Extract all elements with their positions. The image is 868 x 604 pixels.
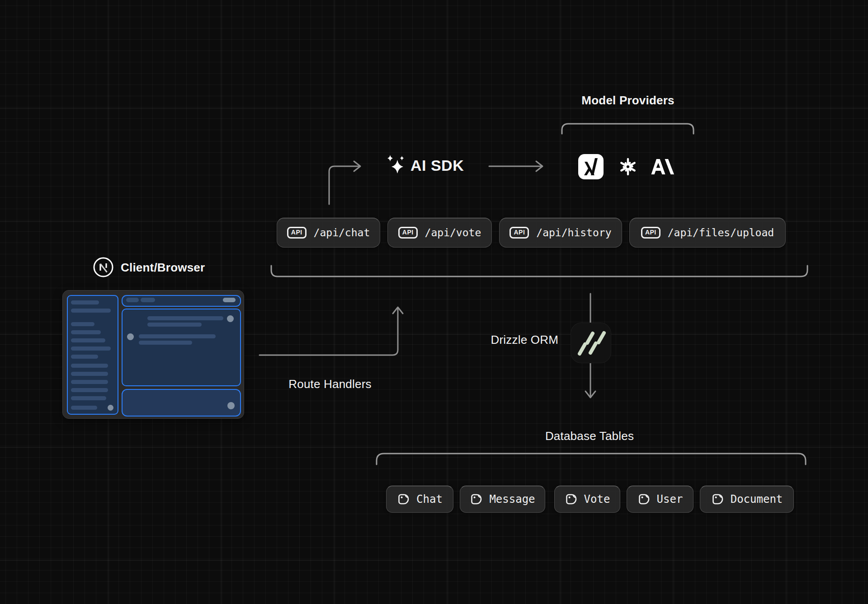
- api-chip-icon: API: [398, 227, 418, 238]
- architecture-diagram: Model Providers: [0, 0, 868, 604]
- table-badge-chat: Chat: [386, 486, 453, 513]
- xai-icon: [578, 154, 604, 179]
- skeleton-message-bar: [139, 334, 216, 338]
- table-name: Message: [489, 493, 535, 506]
- skeleton-bar: [71, 380, 108, 384]
- skeleton-pill: [126, 298, 139, 302]
- skeleton-bar: [71, 364, 108, 368]
- api-badge-chat: API /api/chat: [277, 218, 380, 248]
- skeleton-bar: [71, 396, 106, 400]
- api-route-label: /api/vote: [425, 227, 481, 239]
- model-providers-bracket: [562, 124, 693, 134]
- message-avatar: [227, 315, 234, 322]
- skeleton-bar: [71, 406, 97, 410]
- table-badge-message: Message: [460, 486, 545, 513]
- xai-glyph: [578, 154, 604, 179]
- skeleton-bar: [71, 330, 101, 334]
- table-name: Document: [731, 493, 783, 506]
- table-icon: [711, 492, 725, 506]
- api-badge-vote: API /api/vote: [387, 218, 492, 248]
- skeleton-pill: [223, 298, 236, 302]
- table-icon: [565, 492, 578, 506]
- drizzle-icon: [571, 323, 611, 363]
- skeleton-message-bar: [147, 323, 202, 327]
- table-name: Chat: [416, 493, 443, 506]
- table-icon: [397, 492, 410, 506]
- skeleton-message-bar: [147, 316, 223, 320]
- send-button-dot: [227, 402, 235, 409]
- client-browser-label: Client/Browser: [121, 262, 205, 273]
- api-route-label: /api/files/upload: [668, 227, 774, 239]
- sparkles-icon: [384, 153, 408, 177]
- table-badge-user: User: [627, 486, 693, 513]
- table-badge-vote: Vote: [554, 486, 620, 513]
- skeleton-bar: [71, 338, 105, 342]
- table-name: Vote: [584, 493, 610, 506]
- skeleton-pill: [141, 298, 155, 302]
- route-handlers-label: Route Handlers: [280, 378, 380, 390]
- api-route-label: /api/chat: [314, 227, 370, 239]
- browser-mockup: [62, 290, 244, 419]
- table-icon: [470, 492, 483, 506]
- skeleton-message-bar: [139, 341, 192, 345]
- anthropic-icon: [651, 159, 675, 174]
- api-badge-history: API /api/history: [499, 218, 622, 248]
- model-providers-label: Model Providers: [560, 94, 696, 106]
- api-badge-files-upload: API /api/files/upload: [629, 218, 786, 248]
- skeleton-bar: [71, 355, 98, 359]
- message-avatar: [127, 333, 134, 340]
- drizzle-orm-label: Drizzle ORM: [452, 334, 558, 346]
- browser-chat-area: [122, 309, 241, 386]
- database-tables-label: Database Tables: [522, 430, 657, 442]
- skeleton-bar: [71, 372, 108, 376]
- openai-icon: [616, 155, 640, 179]
- skeleton-bar: [71, 309, 111, 313]
- api-chip-icon: API: [641, 227, 660, 238]
- skeleton-bar: [71, 346, 111, 351]
- database-tables-bracket: [377, 454, 806, 464]
- skeleton-bar: [71, 388, 108, 392]
- skeleton-bar: [71, 322, 94, 326]
- browser-topbar: [122, 295, 241, 307]
- arrow-apis-to-aisdk: [329, 166, 359, 204]
- api-chip-icon: API: [509, 227, 529, 238]
- ai-sdk-label: AI SDK: [410, 158, 464, 173]
- browser-input-bar: [122, 389, 241, 417]
- table-badge-document: Document: [700, 486, 794, 513]
- nextjs-icon: [93, 257, 114, 278]
- api-chip-icon: API: [287, 227, 307, 238]
- user-avatar: [108, 405, 113, 411]
- arrow-client-to-routes: [259, 308, 398, 355]
- table-icon: [637, 492, 651, 506]
- browser-sidebar: [67, 295, 118, 415]
- skeleton-bar: [71, 300, 99, 304]
- table-name: User: [657, 493, 683, 506]
- api-route-label: /api/history: [536, 227, 611, 239]
- api-routes-bracket: [271, 266, 807, 276]
